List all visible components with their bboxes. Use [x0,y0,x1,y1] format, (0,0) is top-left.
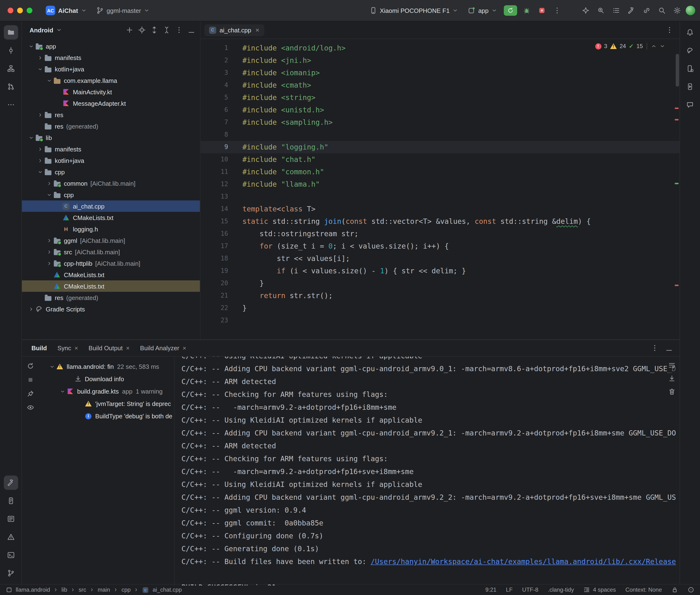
run-button[interactable] [504,5,517,16]
project-view-selector[interactable]: Android [27,25,65,35]
tool-window-commit-button[interactable] [4,43,18,58]
chevron-right-icon[interactable] [37,112,43,117]
editor-scrollbar[interactable] [676,54,679,87]
tree-item-cmakelists-txt[interactable]: CMakeLists.txt [22,212,200,223]
device-selector[interactable]: Xiaomi POCOPHONE F1 [366,5,462,16]
build-tree-item[interactable]: !'jvmTarget: String' is deprec [39,397,174,410]
project-selector[interactable]: AC AiChat [42,4,90,17]
add-icon[interactable] [124,24,135,36]
run-config-selector[interactable]: app [464,5,501,16]
close-tab-icon[interactable]: × [256,27,259,33]
code-line-23[interactable]: 23 [200,314,679,327]
tool-window-gradle-button[interactable] [683,43,697,58]
chevron-right-icon[interactable] [46,261,52,266]
error-stripe-mark[interactable] [675,119,678,120]
tree-item-cpp-httplib[interactable]: cpp-httplib[AiChat.lib.main] [22,258,200,269]
close-tab-icon[interactable]: × [183,344,186,351]
tree-item-ai-chat-cpp[interactable]: Cai_chat.cpp [22,200,200,212]
breadcrumb-item[interactable]: lib [61,587,67,593]
close-tab-icon[interactable]: × [126,344,130,351]
chevron-right-icon[interactable] [28,306,34,312]
ai-assistant-icon[interactable] [579,4,592,17]
code-line-16[interactable]: 16 std::ostringstream str; [200,228,679,240]
minimize-window-button[interactable] [17,8,23,13]
build-tree-item[interactable]: build.gradle.ktsapp1 warning [39,385,174,397]
code-line-20[interactable]: 20 } [200,277,679,289]
tree-item-cpp[interactable]: cpp [22,189,200,200]
pin-icon[interactable] [27,390,34,397]
code-area[interactable]: ! 3 ! 24 ✓ 15 1#include <android/log.h>2… [200,39,679,340]
tree-item-gradle-scripts[interactable]: Gradle Scripts [22,303,200,315]
caret-position-widget[interactable]: 9:21 [485,587,497,593]
line-separator-widget[interactable]: LF [506,587,512,593]
code-line-10[interactable]: 10#include "chat.h" [200,153,679,166]
chevron-down-icon[interactable] [37,66,43,72]
tree-item-cpp[interactable]: cpp [22,166,200,178]
chevron-right-icon[interactable] [46,181,52,186]
clang-tidy-widget[interactable]: .clang-tidy [548,587,574,593]
more-actions-button[interactable] [551,4,564,17]
indent-widget[interactable]: 4 spaces [584,587,616,593]
chevron-right-icon[interactable] [46,238,52,243]
hide-panel-icon[interactable] [663,342,675,353]
lock-icon[interactable] [671,587,678,593]
tree-item-lib[interactable]: lib [22,132,200,143]
context-widget[interactable]: Context: None [625,587,662,593]
build-tools-icon[interactable] [625,4,638,17]
link-icon[interactable] [640,4,653,17]
tree-item-app[interactable]: app [22,40,200,52]
more-vertical-icon[interactable] [649,342,661,353]
build-tree-item[interactable]: !llama.android: fin22 sec, 583 ms [39,360,174,373]
code-line-8[interactable]: 8 [200,129,679,141]
tree-item-com-example-llama[interactable]: com.example.llama [22,75,200,86]
breadcrumb-item[interactable]: llama.android [16,587,50,593]
stop-disabled-icon[interactable] [27,376,34,384]
tool-window-pull-requests-button[interactable] [4,80,18,94]
ide-status-icon[interactable] [688,587,694,593]
prev-problem-icon[interactable] [651,43,657,49]
tree-item-manifests[interactable]: manifests [22,143,200,155]
tree-item-ggml[interactable]: ggml[AiChat.lib.main] [22,235,200,246]
tool-window-version-control-button[interactable] [4,566,18,580]
tree-item-res[interactable]: res(generated) [22,292,200,303]
chevron-right-icon[interactable] [46,249,52,255]
code-line-18[interactable]: 18 str << values[i]; [200,252,679,265]
chevron-down-icon[interactable] [46,192,52,197]
tree-item-common[interactable]: common[AiChat.lib.main] [22,178,200,189]
chevron-down-icon[interactable] [46,78,52,83]
code-line-2[interactable]: 2#include <jni.h> [200,54,679,67]
encoding-widget[interactable]: UTF-8 [522,587,538,593]
tree-item-src[interactable]: src[AiChat.lib.main] [22,246,200,258]
code-line-3[interactable]: 3#include <iomanip> [200,67,679,79]
debug-button[interactable] [520,4,533,17]
soft-wrap-icon[interactable] [668,361,676,369]
chevron-down-icon[interactable] [59,389,66,394]
code-line-5[interactable]: 5#include <string> [200,91,679,104]
tool-window-more-horizontal-button[interactable] [4,97,18,112]
close-window-button[interactable] [8,8,13,13]
chevron-down-icon[interactable] [49,364,55,369]
chevron-down-icon[interactable] [28,135,34,140]
breadcrumb-item[interactable]: src [79,587,86,593]
code-line-7[interactable]: 7#include <sampling.h> [200,116,679,129]
code-line-14[interactable]: 14template<class T> [200,203,679,215]
code-line-9[interactable]: 9#include "logging.h" [200,141,679,153]
chevron-down-icon[interactable] [37,169,43,174]
editor-tab[interactable]: C ai_chat.cpp × [204,24,264,36]
tool-window-assistant-button[interactable] [683,97,697,112]
tool-window-problems-button[interactable] [4,530,18,544]
more-vertical-icon[interactable] [173,24,185,36]
code-line-21[interactable]: 21 return str.str(); [200,289,679,302]
tree-item-manifests[interactable]: manifests [22,52,200,63]
tree-item-cmakelists-txt[interactable]: CMakeLists.txt [22,269,200,281]
tree-item-kotlin-java[interactable]: kotlin+java [22,155,200,166]
tree-item-messageadapter-kt[interactable]: MessageAdapter.kt [22,97,200,109]
breadcrumb-item[interactable]: main [97,587,110,593]
code-line-22[interactable]: 22} [200,302,679,314]
build-tab-build-output[interactable]: Build Output× [84,342,134,353]
tool-window-notifications-button[interactable] [683,25,697,39]
error-stripe-mark[interactable] [675,108,678,109]
code-line-6[interactable]: 6#include <unistd.h> [200,104,679,116]
clear-all-icon[interactable] [668,388,676,395]
task-list-icon[interactable] [610,4,623,17]
